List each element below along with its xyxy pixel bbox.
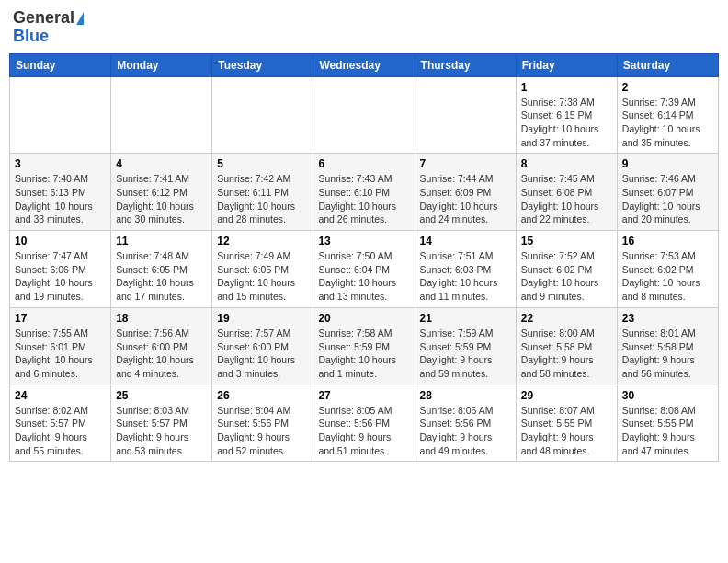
column-header-monday: Monday <box>111 53 212 76</box>
calendar-cell <box>10 76 111 154</box>
calendar-cell: 8Sunrise: 7:45 AM Sunset: 6:08 PM Daylig… <box>516 154 617 231</box>
day-info: Sunrise: 8:08 AM Sunset: 5:55 PM Dayligh… <box>622 404 713 458</box>
calendar-cell: 28Sunrise: 8:06 AM Sunset: 5:56 PM Dayli… <box>415 385 516 462</box>
day-info: Sunrise: 7:42 AM Sunset: 6:11 PM Dayligh… <box>217 172 308 226</box>
calendar-cell: 19Sunrise: 7:57 AM Sunset: 6:00 PM Dayli… <box>212 307 313 385</box>
day-number: 7 <box>420 157 511 170</box>
calendar-cell: 10Sunrise: 7:47 AM Sunset: 6:06 PM Dayli… <box>10 231 111 308</box>
calendar-cell: 22Sunrise: 8:00 AM Sunset: 5:58 PM Dayli… <box>516 307 617 385</box>
day-number: 1 <box>521 81 612 94</box>
day-number: 6 <box>318 157 409 170</box>
calendar-cell <box>212 76 313 154</box>
day-number: 14 <box>420 235 511 247</box>
column-header-sunday: Sunday <box>10 53 111 76</box>
calendar-cell: 20Sunrise: 7:58 AM Sunset: 5:59 PM Dayli… <box>313 307 415 385</box>
calendar-cell: 7Sunrise: 7:44 AM Sunset: 6:09 PM Daylig… <box>415 154 516 231</box>
calendar-cell: 30Sunrise: 8:08 AM Sunset: 5:55 PM Dayli… <box>617 385 718 462</box>
day-info: Sunrise: 8:07 AM Sunset: 5:55 PM Dayligh… <box>521 404 612 458</box>
day-number: 29 <box>521 389 612 402</box>
week-row-1: 1Sunrise: 7:38 AM Sunset: 6:15 PM Daylig… <box>10 76 719 154</box>
day-info: Sunrise: 7:48 AM Sunset: 6:05 PM Dayligh… <box>116 249 207 304</box>
calendar-cell: 11Sunrise: 7:48 AM Sunset: 6:05 PM Dayli… <box>111 231 212 308</box>
calendar-cell <box>313 76 415 154</box>
calendar-cell: 26Sunrise: 8:04 AM Sunset: 5:56 PM Dayli… <box>212 385 313 462</box>
calendar-cell: 13Sunrise: 7:50 AM Sunset: 6:04 PM Dayli… <box>313 231 415 308</box>
week-row-5: 24Sunrise: 8:02 AM Sunset: 5:57 PM Dayli… <box>10 385 719 462</box>
day-number: 13 <box>318 235 409 247</box>
day-info: Sunrise: 8:05 AM Sunset: 5:56 PM Dayligh… <box>318 404 409 458</box>
day-info: Sunrise: 7:51 AM Sunset: 6:03 PM Dayligh… <box>420 249 511 304</box>
day-info: Sunrise: 7:38 AM Sunset: 6:15 PM Dayligh… <box>521 96 612 150</box>
day-info: Sunrise: 7:59 AM Sunset: 5:59 PM Dayligh… <box>420 327 511 381</box>
calendar-cell <box>111 76 212 154</box>
calendar-cell: 1Sunrise: 7:38 AM Sunset: 6:15 PM Daylig… <box>516 76 617 154</box>
day-number: 18 <box>116 312 207 325</box>
day-number: 15 <box>521 235 612 247</box>
calendar-cell: 23Sunrise: 8:01 AM Sunset: 5:58 PM Dayli… <box>617 307 718 385</box>
calendar-cell: 5Sunrise: 7:42 AM Sunset: 6:11 PM Daylig… <box>212 154 313 231</box>
day-number: 4 <box>116 157 207 170</box>
calendar-cell: 12Sunrise: 7:49 AM Sunset: 6:05 PM Dayli… <box>212 231 313 308</box>
day-info: Sunrise: 7:45 AM Sunset: 6:08 PM Dayligh… <box>521 172 612 226</box>
day-number: 24 <box>15 389 106 402</box>
calendar-header-row: SundayMondayTuesdayWednesdayThursdayFrid… <box>10 53 719 76</box>
day-info: Sunrise: 7:40 AM Sunset: 6:13 PM Dayligh… <box>15 172 106 226</box>
week-row-2: 3Sunrise: 7:40 AM Sunset: 6:13 PM Daylig… <box>10 154 719 231</box>
calendar-cell: 24Sunrise: 8:02 AM Sunset: 5:57 PM Dayli… <box>10 385 111 462</box>
day-number: 9 <box>622 157 713 170</box>
day-info: Sunrise: 7:56 AM Sunset: 6:00 PM Dayligh… <box>116 327 207 381</box>
calendar-cell: 3Sunrise: 7:40 AM Sunset: 6:13 PM Daylig… <box>10 154 111 231</box>
calendar-cell: 29Sunrise: 8:07 AM Sunset: 5:55 PM Dayli… <box>516 385 617 462</box>
day-info: Sunrise: 8:02 AM Sunset: 5:57 PM Dayligh… <box>15 404 106 458</box>
day-info: Sunrise: 7:52 AM Sunset: 6:02 PM Dayligh… <box>521 249 612 304</box>
week-row-4: 17Sunrise: 7:55 AM Sunset: 6:01 PM Dayli… <box>10 307 719 385</box>
day-info: Sunrise: 8:06 AM Sunset: 5:56 PM Dayligh… <box>420 404 511 458</box>
calendar-cell <box>415 76 516 154</box>
day-info: Sunrise: 7:58 AM Sunset: 5:59 PM Dayligh… <box>318 327 409 381</box>
calendar-cell: 6Sunrise: 7:43 AM Sunset: 6:10 PM Daylig… <box>313 154 415 231</box>
calendar-cell: 17Sunrise: 7:55 AM Sunset: 6:01 PM Dayli… <box>10 307 111 385</box>
calendar-cell: 9Sunrise: 7:46 AM Sunset: 6:07 PM Daylig… <box>617 154 718 231</box>
day-info: Sunrise: 7:55 AM Sunset: 6:01 PM Dayligh… <box>15 327 106 381</box>
header: General Blue <box>9 9 719 46</box>
day-info: Sunrise: 7:57 AM Sunset: 6:00 PM Dayligh… <box>217 327 308 381</box>
week-row-3: 10Sunrise: 7:47 AM Sunset: 6:06 PM Dayli… <box>10 231 719 308</box>
day-number: 10 <box>15 235 106 247</box>
day-number: 28 <box>420 389 511 402</box>
day-number: 17 <box>15 312 106 325</box>
logo-blue-text: Blue <box>13 28 49 46</box>
day-number: 3 <box>15 157 106 170</box>
day-number: 11 <box>116 235 207 247</box>
day-info: Sunrise: 7:50 AM Sunset: 6:04 PM Dayligh… <box>318 249 409 304</box>
day-number: 16 <box>622 235 713 247</box>
day-info: Sunrise: 7:44 AM Sunset: 6:09 PM Dayligh… <box>420 172 511 226</box>
logo-triangle-icon <box>76 12 84 25</box>
calendar-cell: 16Sunrise: 7:53 AM Sunset: 6:02 PM Dayli… <box>617 231 718 308</box>
day-number: 20 <box>318 312 409 325</box>
day-info: Sunrise: 7:53 AM Sunset: 6:02 PM Dayligh… <box>622 249 713 304</box>
day-info: Sunrise: 7:41 AM Sunset: 6:12 PM Dayligh… <box>116 172 207 226</box>
calendar-cell: 27Sunrise: 8:05 AM Sunset: 5:56 PM Dayli… <box>313 385 415 462</box>
day-number: 27 <box>318 389 409 402</box>
calendar-cell: 14Sunrise: 7:51 AM Sunset: 6:03 PM Dayli… <box>415 231 516 308</box>
column-header-wednesday: Wednesday <box>313 53 415 76</box>
day-number: 8 <box>521 157 612 170</box>
day-number: 12 <box>217 235 308 247</box>
column-header-thursday: Thursday <box>415 53 516 76</box>
day-info: Sunrise: 7:49 AM Sunset: 6:05 PM Dayligh… <box>217 249 308 304</box>
column-header-tuesday: Tuesday <box>212 53 313 76</box>
day-number: 22 <box>521 312 612 325</box>
day-info: Sunrise: 8:01 AM Sunset: 5:58 PM Dayligh… <box>622 327 713 381</box>
calendar-cell: 4Sunrise: 7:41 AM Sunset: 6:12 PM Daylig… <box>111 154 212 231</box>
calendar-cell: 18Sunrise: 7:56 AM Sunset: 6:00 PM Dayli… <box>111 307 212 385</box>
logo: General Blue <box>13 9 84 46</box>
day-info: Sunrise: 8:04 AM Sunset: 5:56 PM Dayligh… <box>217 404 308 458</box>
day-number: 26 <box>217 389 308 402</box>
day-info: Sunrise: 7:47 AM Sunset: 6:06 PM Dayligh… <box>15 249 106 304</box>
calendar-table: SundayMondayTuesdayWednesdayThursdayFrid… <box>9 53 719 463</box>
day-info: Sunrise: 8:03 AM Sunset: 5:57 PM Dayligh… <box>116 404 207 458</box>
day-number: 2 <box>622 81 713 94</box>
day-number: 30 <box>622 389 713 402</box>
day-number: 25 <box>116 389 207 402</box>
day-number: 19 <box>217 312 308 325</box>
